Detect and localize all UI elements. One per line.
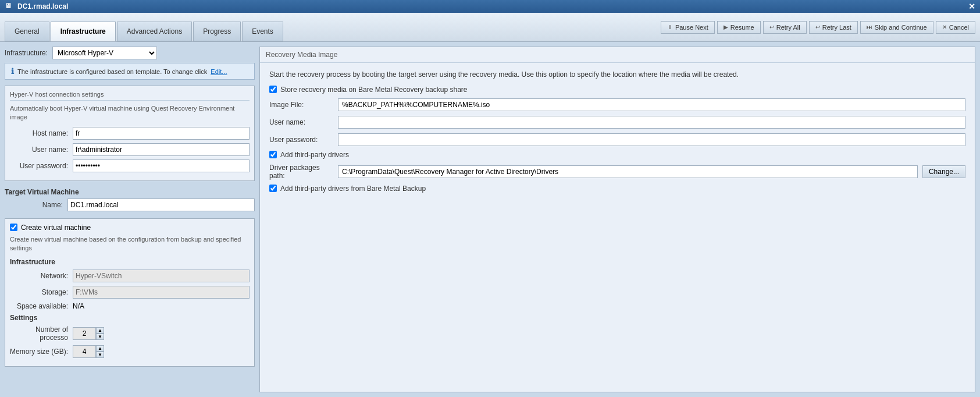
infrastructure-dropdown[interactable]: Microsoft Hyper-V VMware vSphere: [52, 47, 157, 59]
title-text: DC1.rmad.local: [17, 2, 68, 10]
app-icon: 🖥: [5, 2, 14, 11]
rm-user-name-row: User name:: [269, 116, 965, 129]
space-available-row: Space available: N/A: [10, 302, 250, 310]
processors-down[interactable]: ▼: [96, 334, 104, 340]
memory-down[interactable]: ▼: [96, 352, 104, 358]
create-vm-header: Create virtual machine: [10, 224, 250, 232]
toolbar-actions: ⏸ Pause Next ▶ Resume ↩ Retry All ↩ Retr…: [661, 21, 975, 34]
storage-input[interactable]: [73, 286, 250, 299]
user-password-row: User password:: [10, 159, 250, 172]
change-driver-path-button[interactable]: Change...: [922, 165, 965, 178]
rm-user-password-input[interactable]: [338, 133, 965, 146]
store-checkbox-label: Store recovery media on Bare Metal Recov…: [280, 86, 468, 94]
info-bar: ℹ The infrastructure is configured based…: [5, 63, 255, 80]
storage-row: Storage:: [10, 286, 250, 299]
user-name-row: User name:: [10, 143, 250, 156]
add-drivers-backup-checkbox[interactable]: [269, 185, 277, 192]
create-vm-group: Create virtual machine Create new virtua…: [5, 218, 255, 367]
hyperv-description: Automatically boot Hyper-V virtual machi…: [10, 104, 250, 122]
space-available-label: Space available:: [10, 302, 68, 310]
vm-name-label: Name:: [5, 201, 63, 209]
infrastructure-label: Infrastructure:: [5, 49, 48, 57]
add-drivers-backup-label: Add third-party drivers from Bare Metal …: [280, 185, 426, 193]
toolbar: General Infrastructure Advanced Actions …: [0, 13, 980, 42]
create-vm-checkbox[interactable]: [10, 224, 17, 231]
main-content: Infrastructure: Microsoft Hyper-V VMware…: [0, 42, 980, 397]
rm-user-name-label: User name:: [269, 118, 333, 126]
target-vm-title: Target Virtual Machine: [5, 188, 255, 196]
infrastructure-row: Infrastructure: Microsoft Hyper-V VMware…: [5, 47, 255, 59]
processors-spinner-btns: ▲ ▼: [96, 327, 104, 340]
retry-last-icon: ↩: [815, 24, 820, 30]
tab-infrastructure[interactable]: Infrastructure: [51, 22, 116, 41]
hyperv-settings-group: Hyper-V host connection settings Automat…: [5, 86, 255, 181]
skip-and-continue-button[interactable]: ⏭ Skip and Continue: [860, 21, 933, 34]
add-drivers-backup-checkbox-row: Add third-party drivers from Bare Metal …: [269, 185, 965, 193]
resume-icon: ▶: [724, 24, 728, 30]
recovery-media-header: Recovery Media Image: [260, 47, 975, 63]
user-name-input[interactable]: [73, 143, 250, 156]
storage-label: Storage:: [10, 288, 68, 296]
host-name-label: Host name:: [10, 129, 68, 137]
close-button[interactable]: ✕: [968, 2, 975, 11]
create-vm-infra-title: Infrastructure: [10, 258, 250, 266]
memory-up[interactable]: ▲: [96, 345, 104, 352]
host-name-row: Host name:: [10, 127, 250, 140]
memory-input[interactable]: [73, 345, 96, 358]
settings-title: Settings: [10, 314, 250, 322]
store-checkbox[interactable]: [269, 86, 277, 93]
driver-path-input[interactable]: [338, 165, 918, 178]
retry-all-button[interactable]: ↩ Retry All: [763, 21, 807, 34]
vm-name-row: Name:: [5, 198, 255, 211]
memory-label: Memory size (GB):: [10, 348, 68, 356]
tab-events[interactable]: Events: [242, 22, 283, 41]
create-vm-description: Create new virtual machine based on the …: [10, 235, 250, 253]
memory-spinner-btns: ▲ ▼: [96, 345, 104, 358]
tab-general[interactable]: General: [5, 22, 49, 41]
driver-path-label: Driver packages path:: [269, 164, 333, 180]
store-checkbox-row: Store recovery media on Bare Metal Recov…: [269, 86, 965, 94]
memory-row: Memory size (GB): ▲ ▼: [10, 345, 250, 358]
info-icon: ℹ: [11, 67, 14, 76]
cancel-button[interactable]: ✕ Cancel: [936, 21, 975, 34]
image-file-input[interactable]: [338, 98, 965, 111]
right-panel: Recovery Media Image Start the recovery …: [259, 47, 975, 392]
retry-all-icon: ↩: [769, 24, 774, 30]
recovery-media-content: Start the recovery process by booting th…: [260, 63, 975, 204]
user-password-input[interactable]: [73, 159, 250, 172]
title-bar: 🖥 DC1.rmad.local ✕: [0, 0, 980, 13]
processors-input[interactable]: [73, 327, 96, 340]
image-file-label: Image File:: [269, 101, 333, 109]
resume-button[interactable]: ▶ Resume: [717, 21, 761, 34]
host-name-input[interactable]: [73, 127, 250, 140]
network-label: Network:: [10, 272, 68, 280]
pause-icon: ⏸: [667, 24, 673, 30]
pause-next-button[interactable]: ⏸ Pause Next: [661, 21, 715, 34]
target-vm-section: Target Virtual Machine Name:: [5, 185, 255, 215]
left-panel: Infrastructure: Microsoft Hyper-V VMware…: [5, 47, 255, 392]
driver-path-row: Driver packages path: Change...: [269, 164, 965, 180]
vm-name-input[interactable]: [67, 198, 255, 211]
add-drivers-label: Add third-party drivers: [280, 151, 349, 159]
create-vm-label: Create virtual machine: [21, 224, 91, 232]
recovery-media-group: Recovery Media Image Start the recovery …: [259, 47, 975, 392]
processors-row: Number of processo ▲ ▼: [10, 325, 250, 342]
processors-label: Number of processo: [10, 325, 68, 342]
info-text: The infrastructure is configured based o…: [17, 68, 207, 75]
tab-progress[interactable]: Progress: [193, 22, 241, 41]
tab-advanced-actions[interactable]: Advanced Actions: [117, 22, 192, 41]
image-file-row: Image File:: [269, 98, 965, 111]
edit-link[interactable]: Edit...: [211, 68, 227, 75]
add-drivers-checkbox[interactable]: [269, 151, 277, 158]
space-available-value: N/A: [73, 302, 84, 310]
rm-user-password-row: User password:: [269, 133, 965, 146]
rm-user-name-input[interactable]: [338, 116, 965, 129]
network-input[interactable]: [73, 270, 250, 282]
recovery-description: Start the recovery process by booting th…: [269, 70, 965, 80]
retry-last-button[interactable]: ↩ Retry Last: [809, 21, 858, 34]
processors-up[interactable]: ▲: [96, 327, 104, 334]
hyperv-settings-title: Hyper-V host connection settings: [10, 91, 250, 101]
memory-spinner: ▲ ▼: [73, 345, 104, 358]
network-row: Network:: [10, 270, 250, 282]
add-drivers-checkbox-row: Add third-party drivers: [269, 151, 965, 159]
